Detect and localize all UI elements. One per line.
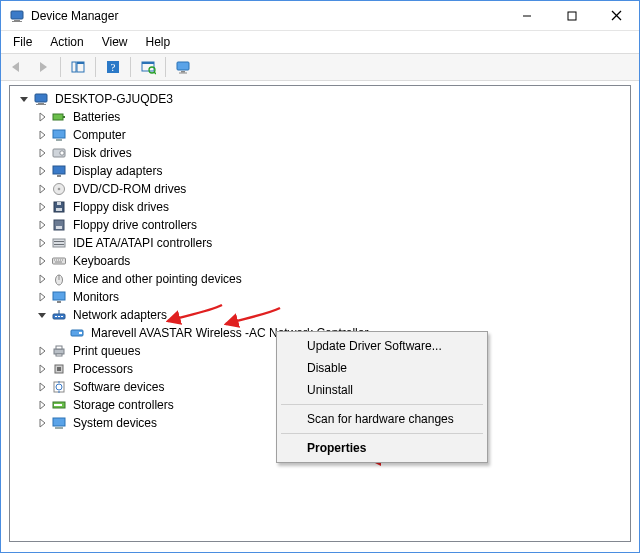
svg-rect-48 — [55, 262, 62, 263]
svg-rect-35 — [57, 202, 61, 205]
toolbar: ? — [1, 53, 639, 81]
close-button[interactable] — [594, 1, 639, 30]
svg-rect-71 — [53, 418, 65, 426]
expand-icon[interactable] — [34, 235, 50, 251]
mouse-icon — [51, 271, 67, 287]
tree-category[interactable]: IDE ATA/ATAPI controllers — [16, 234, 628, 252]
minimize-button[interactable] — [504, 1, 549, 30]
expand-icon[interactable] — [34, 343, 50, 359]
svg-line-17 — [154, 72, 156, 74]
keyboard-icon — [51, 253, 67, 269]
tree-category[interactable]: Computer — [16, 126, 628, 144]
context-menu-item[interactable]: Scan for hardware changes — [279, 408, 485, 430]
expand-icon[interactable] — [34, 379, 50, 395]
expand-icon[interactable] — [34, 109, 50, 125]
expand-icon[interactable] — [34, 181, 50, 197]
tree-category[interactable]: DVD/CD-ROM drives — [16, 180, 628, 198]
menu-action[interactable]: Action — [42, 33, 91, 51]
expand-icon[interactable] — [34, 361, 50, 377]
tree-category[interactable]: Keyboards — [16, 252, 628, 270]
tree-root[interactable]: DESKTOP-GJUQDE3 — [16, 90, 628, 108]
back-button[interactable] — [5, 56, 29, 78]
context-menu-separator — [281, 433, 483, 434]
collapse-icon[interactable] — [16, 91, 32, 107]
svg-rect-51 — [53, 292, 65, 300]
expand-icon[interactable] — [34, 415, 50, 431]
svg-rect-45 — [58, 260, 59, 261]
tree-category[interactable]: Mice and other pointing devices — [16, 270, 628, 288]
scan-hardware-button[interactable] — [136, 56, 160, 78]
svg-rect-38 — [56, 226, 62, 229]
menu-help[interactable]: Help — [138, 33, 179, 51]
svg-rect-30 — [53, 166, 65, 174]
menu-file[interactable]: File — [5, 33, 40, 51]
maximize-button[interactable] — [549, 1, 594, 30]
disk-icon — [51, 145, 67, 161]
svg-rect-36 — [56, 208, 62, 211]
menu-view[interactable]: View — [94, 33, 136, 51]
svg-rect-64 — [57, 367, 61, 371]
floppyctrl-icon — [51, 217, 67, 233]
svg-rect-25 — [63, 116, 65, 118]
tree-category[interactable]: Floppy disk drives — [16, 198, 628, 216]
svg-rect-70 — [54, 404, 62, 406]
svg-rect-39 — [53, 239, 65, 247]
expand-icon[interactable] — [34, 397, 50, 413]
svg-rect-42 — [53, 258, 66, 264]
tree-category-label: Computer — [71, 126, 128, 144]
tree-category-label: Disk drives — [71, 144, 134, 162]
tree-category-label: Batteries — [71, 108, 122, 126]
storage-icon — [51, 397, 67, 413]
context-menu-item[interactable]: Properties — [279, 437, 485, 459]
expand-icon[interactable] — [34, 217, 50, 233]
tree-category-label: System devices — [71, 414, 159, 432]
tree-category[interactable]: Display adapters — [16, 162, 628, 180]
show-hide-tree-button[interactable] — [66, 56, 90, 78]
printer-icon — [51, 343, 67, 359]
expand-icon[interactable] — [34, 199, 50, 215]
svg-rect-23 — [36, 104, 46, 105]
svg-rect-19 — [181, 71, 185, 73]
expand-icon[interactable] — [34, 127, 50, 143]
expand-icon[interactable] — [34, 163, 50, 179]
tree-category-label: Floppy disk drives — [71, 198, 171, 216]
svg-rect-61 — [56, 346, 62, 349]
titlebar: Device Manager — [1, 1, 639, 31]
toolbar-separator — [165, 57, 166, 77]
netcard-icon — [69, 325, 85, 341]
system-icon — [51, 415, 67, 431]
svg-point-29 — [60, 151, 64, 155]
tree-category[interactable]: Disk drives — [16, 144, 628, 162]
svg-rect-52 — [57, 301, 61, 303]
tree-category[interactable]: Batteries — [16, 108, 628, 126]
tree-category-label: Keyboards — [71, 252, 132, 270]
svg-rect-46 — [60, 260, 61, 261]
tree-root-label: DESKTOP-GJUQDE3 — [53, 90, 175, 108]
toolbar-separator — [95, 57, 96, 77]
forward-button[interactable] — [31, 56, 55, 78]
context-menu-item[interactable]: Update Driver Software... — [279, 335, 485, 357]
tree-category-label: Software devices — [71, 378, 166, 396]
tree-category[interactable]: Floppy drive controllers — [16, 216, 628, 234]
tree-category-label: Floppy drive controllers — [71, 216, 199, 234]
expand-icon[interactable] — [34, 289, 50, 305]
tree-category[interactable]: Monitors — [16, 288, 628, 306]
svg-rect-2 — [12, 21, 22, 22]
svg-marker-7 — [12, 62, 19, 72]
help-button[interactable]: ? — [101, 56, 125, 78]
svg-rect-56 — [61, 316, 63, 317]
svg-rect-21 — [35, 94, 47, 102]
expand-icon[interactable] — [34, 271, 50, 287]
monitor-button[interactable] — [171, 56, 195, 78]
svg-rect-62 — [56, 354, 62, 356]
expand-icon[interactable] — [34, 145, 50, 161]
context-menu-item[interactable]: Uninstall — [279, 379, 485, 401]
context-menu-item[interactable]: Disable — [279, 357, 485, 379]
tree-panel: DESKTOP-GJUQDE3BatteriesComputerDisk dri… — [9, 85, 631, 542]
expand-icon[interactable] — [34, 253, 50, 269]
tree-category[interactable]: Network adapters — [16, 306, 628, 324]
collapse-icon[interactable] — [34, 307, 50, 323]
svg-rect-72 — [55, 427, 63, 429]
svg-rect-67 — [59, 381, 60, 383]
dvd-icon — [51, 181, 67, 197]
